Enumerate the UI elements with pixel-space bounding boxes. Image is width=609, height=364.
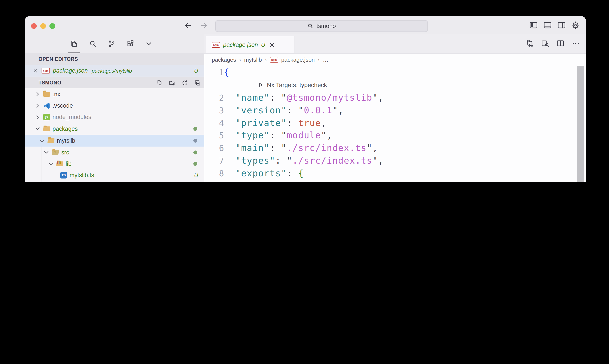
minimize-window-button[interactable] — [40, 23, 46, 29]
breadcrumb[interactable]: packages›mytslib›npmpackage.json›… — [204, 53, 586, 66]
breadcrumb-separator: › — [239, 56, 241, 63]
tree-item-mytslib-ts[interactable]: TSmytslib.tsU — [25, 169, 204, 181]
code-line[interactable]: 1{ — [204, 66, 586, 79]
chevron-down-icon — [145, 40, 152, 47]
title-bar[interactable]: tsmono — [25, 16, 586, 34]
breadcrumb-separator: › — [265, 56, 267, 63]
breadcrumb-item[interactable]: mytslib — [244, 56, 262, 63]
panel-left-icon[interactable] — [529, 21, 538, 29]
line-number: 7 — [204, 156, 224, 165]
change-dot-badge — [193, 150, 197, 154]
open-preview-icon[interactable] — [541, 39, 549, 47]
lib-folder-icon — [56, 160, 64, 168]
more-actions-icon[interactable] — [572, 39, 580, 47]
chevron-right-icon — [35, 91, 41, 97]
tree-item-label: mytslib — [57, 138, 75, 144]
tree-item-label: lib — [66, 161, 72, 167]
tree-item-packages[interactable]: packages — [25, 123, 204, 134]
breadcrumb-item[interactable]: package.json — [281, 56, 315, 63]
activity-bar — [25, 34, 204, 53]
tree-item-node-modules[interactable]: jsnode_modules — [25, 112, 204, 123]
tab-package-json[interactable]: npm package.json U — [206, 36, 294, 53]
editor-group: npm package.json U packages›mytslib›npmp… — [204, 34, 586, 182]
chevron-down-icon — [48, 161, 54, 167]
file-tree: .nx.vscodejsnode_modulespackagesmytslib‹… — [25, 88, 204, 182]
activity-item-extensions[interactable] — [127, 34, 134, 53]
breadcrumb-item[interactable]: … — [323, 56, 329, 63]
gear-icon[interactable] — [571, 21, 580, 29]
activity-item-chevron-down[interactable] — [145, 34, 152, 53]
open-editor-description: packages/mytslib — [92, 68, 132, 74]
code-line[interactable]: 5 "type": "module", — [204, 129, 586, 142]
code-line[interactable]: 6 "main": "./src/index.ts", — [204, 142, 586, 155]
explorer-actions — [156, 79, 201, 86]
new-folder-icon[interactable] — [169, 79, 175, 86]
tree-item-label: src — [61, 149, 69, 156]
navigate-forward-icon[interactable] — [200, 21, 208, 30]
panel-right-icon[interactable] — [557, 21, 566, 29]
code-line-content: ".": { — [224, 181, 281, 182]
chevron-down-icon — [39, 138, 45, 144]
code-line-content: "version": "0.0.1", — [224, 105, 344, 116]
tree-item--vscode[interactable]: .vscode — [25, 100, 204, 112]
tree-item-mytslib[interactable]: mytslib — [25, 134, 204, 147]
collapse-all-icon[interactable] — [194, 79, 201, 86]
code-line[interactable]: 8 "exports": { — [204, 167, 586, 180]
search-icon — [89, 39, 97, 48]
code-line-content: "type": "module", — [224, 130, 333, 141]
line-number: 1 — [204, 68, 224, 77]
command-center-search[interactable]: tsmono — [215, 20, 428, 32]
sidebar: OPEN EDITORS npmpackage.jsonpackages/myt… — [25, 34, 205, 182]
close-tab-icon[interactable] — [269, 42, 275, 48]
code-line[interactable]: 9 ".": { — [204, 179, 586, 182]
new-file-icon[interactable] — [156, 79, 163, 86]
activity-item-search[interactable] — [89, 34, 97, 53]
maximize-window-button[interactable] — [50, 23, 55, 29]
line-number: 2 — [204, 93, 224, 102]
folder-open-icon — [47, 137, 55, 144]
change-dot-badge — [193, 127, 197, 131]
code-line-content: "private": true, — [224, 117, 327, 128]
open-editor-item[interactable]: npmpackage.jsonpackages/mytslibU — [25, 65, 204, 77]
panel-bottom-icon[interactable] — [543, 21, 552, 29]
code-line[interactable]: 4 "private": true, — [204, 116, 586, 129]
activity-item-explorer[interactable] — [70, 34, 78, 53]
code-area[interactable]: 1{Nx Targets: typecheck2 "name": "@tsmon… — [204, 66, 586, 182]
open-changes-icon[interactable] — [526, 39, 534, 47]
tree-item-index-ts[interactable]: TSindex.tsU — [25, 181, 204, 182]
codelens-label: Nx Targets: typecheck — [267, 81, 327, 88]
chevron-right-icon — [35, 103, 41, 109]
play-icon — [258, 82, 264, 88]
tab-strip: npm package.json U — [204, 34, 586, 54]
git-status-badge: U — [194, 172, 198, 179]
typescript-icon: TS — [60, 172, 67, 179]
code-line[interactable]: 3 "version": "0.0.1", — [204, 104, 586, 117]
code-line-content: "exports": { — [224, 168, 304, 179]
line-number: 4 — [204, 118, 224, 128]
explorer-icon — [70, 39, 78, 48]
tree-indent-guide — [41, 146, 42, 182]
change-dot-badge — [193, 162, 197, 166]
npm-icon: npm — [270, 57, 278, 63]
tree-item-src[interactable]: ‹›src — [25, 147, 204, 158]
breadcrumb-item[interactable]: packages — [212, 56, 236, 63]
code-line-content: "main": "./src/index.ts", — [224, 143, 378, 153]
tree-item-lib[interactable]: lib — [25, 158, 204, 170]
activity-item-source-control[interactable] — [108, 34, 116, 53]
code-line[interactable]: 2 "name": "@tsmono/mytslib", — [204, 91, 586, 104]
close-editor-icon[interactable] — [32, 68, 39, 74]
line-number: 3 — [204, 105, 224, 115]
code-line[interactable]: 7 "types": "./src/index.ts", — [204, 154, 586, 167]
desktop-background: tsmono OPEN EDITORS npmpackage.jsonpacka… — [0, 0, 609, 182]
explorer-header[interactable]: TSMONO — [25, 77, 204, 88]
refresh-icon[interactable] — [181, 79, 188, 86]
navigate-back-icon[interactable] — [184, 21, 192, 30]
folder-open-icon — [43, 125, 50, 132]
close-window-button[interactable] — [31, 23, 37, 29]
node-modules-icon: js — [43, 114, 50, 121]
split-editor-icon[interactable] — [557, 39, 564, 47]
codelens-nx-targets[interactable]: Nx Targets: typecheck — [204, 79, 586, 91]
open-editors-header[interactable]: OPEN EDITORS — [25, 53, 204, 65]
search-icon — [307, 23, 314, 29]
tree-item--nx[interactable]: .nx — [25, 88, 204, 100]
